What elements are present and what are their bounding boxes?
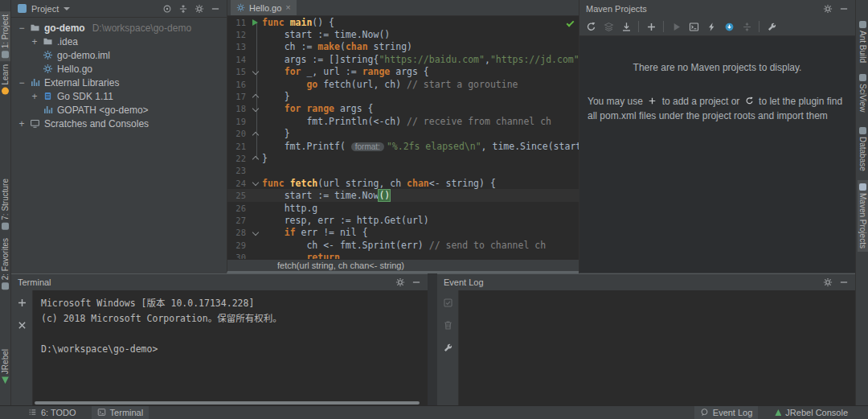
token: start := time.Now — [262, 190, 379, 201]
tool-button-1-project[interactable]: 1: Project — [0, 11, 10, 61]
maven-hide-button[interactable] — [837, 2, 850, 15]
fold-icon[interactable] — [250, 103, 262, 115]
tool-button-maven-projects[interactable]: Maven Projects — [858, 180, 868, 252]
project-hide-button[interactable] — [209, 2, 222, 15]
code-line[interactable]: 21 fmt.Printf( format:"%.2fs elapsed\n",… — [227, 140, 579, 152]
tree-expander-icon[interactable]: + — [18, 118, 26, 129]
maven-skip-tests-button[interactable] — [721, 19, 737, 35]
gutter-cell[interactable] — [250, 16, 262, 28]
status-widget-jrebel-console[interactable]: JRebel Console — [769, 406, 854, 419]
code-line[interactable]: 20 } — [227, 128, 579, 140]
code-line[interactable]: 19 fmt.Println(<-ch) // receive from cha… — [227, 115, 579, 127]
tree-expander-icon[interactable]: + — [31, 91, 39, 102]
code-line[interactable]: 23 — [227, 165, 579, 177]
tool-button-jrebel[interactable]: JRebel — [0, 346, 10, 387]
fold-icon[interactable] — [250, 152, 262, 164]
maven-settings-wrench-icon[interactable] — [764, 19, 780, 35]
tree-item-external-libraries[interactable]: −External Libraries — [11, 76, 227, 89]
fold-icon[interactable] — [250, 90, 262, 102]
terminal-line: Microsoft Windows [版本 10.0.17134.228] — [41, 296, 420, 311]
maven-download-sources-button[interactable] — [618, 19, 634, 35]
line-number: 23 — [227, 166, 250, 175]
tab-hello-go[interactable]: Hello.go × — [231, 0, 297, 15]
code-editor[interactable]: 11func main() {12 start := time.Now()13 … — [227, 16, 579, 270]
status-widget-6-todo[interactable]: 6: TODO — [23, 406, 82, 419]
terminal-console[interactable]: Microsoft Windows [版本 10.0.17134.228](c)… — [32, 290, 428, 406]
maven-add-project-button[interactable] — [643, 19, 659, 35]
collapse-all-button[interactable] — [177, 2, 190, 15]
line-number: 22 — [227, 154, 250, 163]
event-log-console[interactable] — [458, 290, 855, 406]
code-text: ch := make(chan string) — [262, 41, 412, 52]
code-line[interactable]: 26 http.g — [227, 202, 579, 214]
balloon-icon — [700, 408, 709, 418]
mark-all-read-button[interactable] — [440, 295, 455, 310]
code-line[interactable]: 29 ch <- fmt.Sprint(err) // send to chan… — [227, 239, 579, 251]
tree-item-go-demo-iml[interactable]: go-demo.iml — [11, 48, 227, 62]
locate-file-button[interactable] — [161, 2, 174, 15]
code-line[interactable]: 12 start := time.Now() — [227, 28, 579, 40]
token — [262, 103, 285, 114]
code-line[interactable]: 24func fetch(url string, ch chan<- strin… — [227, 177, 579, 189]
fold-icon[interactable] — [250, 128, 262, 140]
project-settings-gear-icon[interactable] — [193, 2, 206, 15]
tool-button-database[interactable]: Database — [858, 124, 868, 175]
editor-area: Hello.go × 11func main() {12 start := ti… — [227, 0, 579, 273]
code-line[interactable]: 25 start := time.Now() — [227, 189, 579, 201]
code-line[interactable]: 15 for _, url := range args { — [227, 66, 579, 78]
maven-reimport-button[interactable] — [583, 19, 599, 35]
tool-button-label: Ant Build — [858, 31, 867, 63]
tree-expander-icon[interactable]: − — [18, 23, 26, 34]
tree-item-go-demo[interactable]: −go-demoD:\workspace\go-demo — [11, 21, 227, 35]
project-dropdown-icon[interactable] — [63, 7, 70, 10]
token: fmt.Println(<-ch) — [262, 116, 407, 127]
run-main-icon[interactable] — [252, 19, 258, 26]
tree-item-scratches-and-consoles[interactable]: +Scratches and Consoles — [11, 117, 227, 130]
terminal-hide-button[interactable] — [410, 276, 423, 289]
new-session-button[interactable] — [14, 295, 29, 310]
maven-execute-goal-button[interactable] — [686, 19, 702, 35]
clear-log-button[interactable] — [440, 318, 455, 332]
tree-item-gopath-go-demo[interactable]: GOPATH <go-demo> — [11, 103, 227, 117]
code-line[interactable]: 16 go fetch(url, ch) // start a goroutin… — [227, 78, 579, 90]
close-session-button[interactable] — [14, 318, 29, 332]
event-log-hide-button[interactable] — [837, 276, 850, 289]
event-log-settings-gear-icon[interactable] — [821, 276, 834, 289]
maven-hint-text: You may use to add a project or to let t… — [579, 73, 855, 123]
status-widget-event-log[interactable]: Event Log — [694, 406, 759, 419]
log-settings-wrench-icon[interactable] — [440, 340, 455, 355]
tool-button-2-favorites[interactable]: 2: Favorites — [0, 235, 10, 293]
maven-projects-tool-window: Maven Projects There are no Maven projec… — [579, 0, 855, 273]
code-line[interactable]: 27 resp, err := http.Get(url) — [227, 214, 579, 226]
code-line[interactable]: 11func main() { — [227, 16, 579, 28]
maven-toggle-offline-button[interactable] — [703, 19, 719, 35]
maven-generate-sources-button[interactable] — [600, 19, 616, 35]
fold-icon[interactable] — [250, 66, 262, 78]
code-line[interactable]: 17 } — [227, 90, 579, 102]
status-widget-terminal[interactable]: Terminal — [92, 406, 149, 419]
tool-button-ant-build[interactable]: Ant Build — [858, 18, 868, 66]
maven-run-build-button[interactable] — [668, 19, 684, 35]
terminal-hscrollbar[interactable] — [35, 401, 420, 405]
fold-icon[interactable] — [250, 227, 262, 239]
tree-expander-icon[interactable]: + — [31, 36, 39, 47]
code-line[interactable]: 18 for range args { — [227, 103, 579, 115]
tool-button-sciview[interactable]: SciView — [858, 71, 868, 115]
tree-expander-icon[interactable]: − — [18, 77, 26, 88]
terminal-settings-gear-icon[interactable] — [394, 276, 407, 289]
tool-button-learn[interactable]: Learn — [0, 61, 10, 98]
tree-item-go-sdk-1-11[interactable]: +Go SDK 1.11 — [11, 89, 227, 103]
lib-icon — [30, 77, 40, 88]
code-line[interactable]: 13 ch := make(chan string) — [227, 41, 579, 53]
tool-button-7-structure[interactable]: 7: Structure — [0, 175, 10, 233]
code-line[interactable]: 14 args := []string{"https://baidu.com",… — [227, 53, 579, 65]
tree-item-hello-go[interactable]: Hello.go — [11, 62, 227, 76]
fold-icon[interactable] — [250, 177, 262, 189]
code-line[interactable]: 22} — [227, 152, 579, 164]
maven-settings-gear-icon[interactable] — [821, 2, 834, 15]
code-line[interactable]: 28 if err != nil { — [227, 227, 579, 239]
event-log-panel-title: Event Log — [444, 277, 484, 287]
tree-item-idea[interactable]: +.idea — [11, 35, 227, 48]
maven-collapse-all-button[interactable] — [739, 19, 755, 35]
tab-close-icon[interactable]: × — [285, 3, 290, 12]
